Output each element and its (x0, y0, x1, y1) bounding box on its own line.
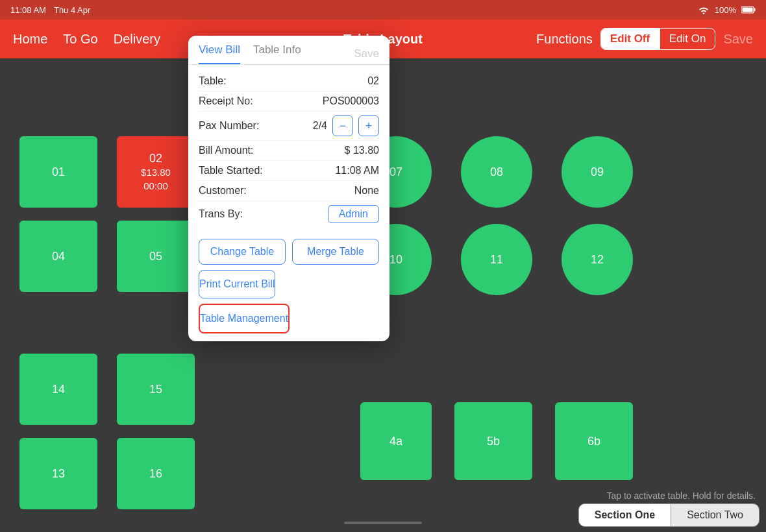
row-table: Table: 02 (199, 71, 379, 91)
trans-by-value[interactable]: Admin (328, 205, 379, 223)
receipt-value: POS000003 (323, 95, 379, 107)
table-value: 02 (367, 75, 379, 87)
tab-save[interactable]: Save (354, 47, 379, 60)
merge-table-button[interactable]: Merge Table (292, 239, 379, 265)
pax-stepper: 2/4 − + (313, 115, 379, 136)
customer-label: Customer: (199, 185, 247, 197)
popup-body: Table: 02 Receipt No: POS000003 Pax Numb… (188, 65, 389, 234)
row-bill: Bill Amount: $ 13.80 (199, 141, 379, 161)
bill-value: $ 13.80 (345, 145, 379, 156)
table-management-button[interactable]: Table Management (199, 304, 290, 333)
row-receipt: Receipt No: POS000003 (199, 91, 379, 112)
row-started: Table Started: 11:08 AM (199, 161, 379, 181)
change-table-button[interactable]: Change Table (199, 239, 286, 265)
pax-label: Pax Number: (199, 120, 259, 132)
print-bill-button[interactable]: Print Current Bill (199, 270, 275, 298)
popup-card: View Bill Table Info Save Table: 02 Rece… (188, 36, 389, 341)
receipt-label: Receipt No: (199, 95, 253, 107)
row-customer: Customer: None (199, 181, 379, 201)
row-pax: Pax Number: 2/4 − + (199, 112, 379, 141)
trans-by-label: Trans By: (199, 208, 243, 220)
tab-view-bill[interactable]: View Bill (199, 43, 240, 64)
popup-actions: Change Table Merge Table (188, 234, 389, 270)
started-label: Table Started: (199, 165, 263, 176)
started-value: 11:08 AM (335, 165, 379, 176)
pax-minus-button[interactable]: − (332, 115, 353, 136)
tab-table-info[interactable]: Table Info (253, 43, 301, 64)
bill-label: Bill Amount: (199, 145, 253, 156)
row-trans-by: Trans By: Admin (199, 201, 379, 227)
pax-value: 2/4 (313, 120, 327, 132)
popup-tabs: View Bill Table Info Save (188, 36, 389, 65)
pax-plus-button[interactable]: + (358, 115, 379, 136)
customer-value: None (354, 185, 379, 197)
popup-overlay: View Bill Table Info Save Table: 02 Rece… (0, 0, 766, 532)
table-label: Table: (199, 75, 227, 87)
